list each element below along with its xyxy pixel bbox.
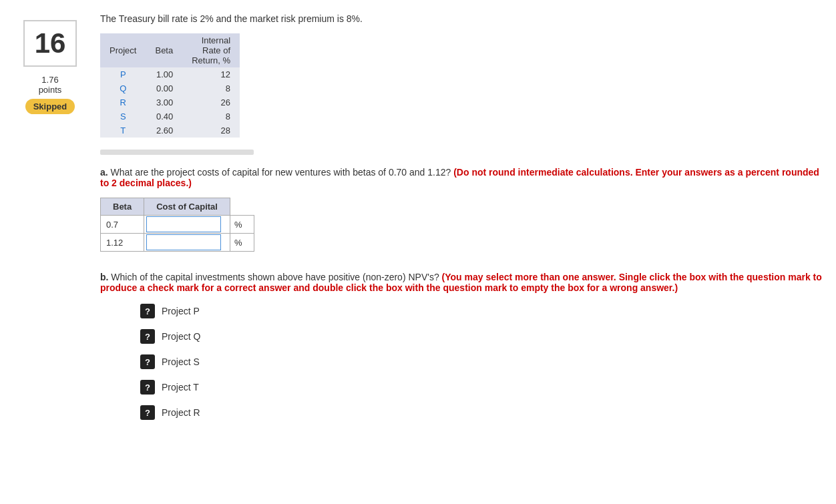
- data-table: Project Beta Internal Rate of Return, % …: [100, 33, 240, 138]
- table-row: T 2.60 28: [100, 123, 240, 138]
- part-a-label: a.: [100, 167, 108, 178]
- question-number: 16: [23, 20, 77, 67]
- checkbox-label-proj-t: Project T: [162, 382, 199, 393]
- part-a-text: What are the project costs of capital fo…: [111, 167, 454, 178]
- question-mark-proj-q[interactable]: ?: [140, 329, 155, 344]
- cost-table-row: 0.7 %: [101, 216, 254, 234]
- table-row: Q 0.00 8: [100, 81, 240, 95]
- percent-label-1: %: [230, 234, 254, 252]
- col-header-cost: Cost of Capital: [144, 198, 230, 216]
- checkbox-label-proj-r: Project R: [162, 407, 200, 418]
- beta-value-0: 0.7: [101, 216, 144, 234]
- part-b-label: b.: [100, 272, 108, 282]
- table-row: S 0.40 8: [100, 109, 240, 123]
- cost-of-capital-table: Beta Cost of Capital 0.7 % 1.12 %: [100, 198, 254, 252]
- cost-of-capital-input-0[interactable]: [147, 217, 220, 232]
- cost-of-capital-input-1[interactable]: [147, 235, 220, 250]
- checkbox-proj-r[interactable]: ? Project R: [140, 405, 823, 420]
- checkbox-proj-p[interactable]: ? Project P: [140, 304, 823, 318]
- checkbox-proj-t[interactable]: ? Project T: [140, 380, 823, 395]
- checkbox-label-proj-q: Project Q: [162, 331, 200, 342]
- checkbox-label-proj-p: Project P: [162, 306, 200, 316]
- status-badge: Skipped: [25, 99, 75, 114]
- question-mark-proj-t[interactable]: ?: [140, 380, 155, 395]
- col-header-beta: Beta: [101, 198, 144, 216]
- question-intro: The Treasury bill rate is 2% and the mar…: [100, 13, 823, 24]
- points-display: 1.76 points: [39, 75, 62, 95]
- question-mark-proj-r[interactable]: ?: [140, 405, 155, 420]
- percent-label-0: %: [230, 216, 254, 234]
- checkbox-label-proj-s: Project S: [162, 356, 200, 367]
- question-mark-proj-s[interactable]: ?: [140, 354, 155, 369]
- table-row: P 1.00 12: [100, 67, 240, 81]
- question-mark-proj-p[interactable]: ?: [140, 304, 155, 318]
- cost-table-row: 1.12 %: [101, 234, 254, 252]
- checkbox-proj-s[interactable]: ? Project S: [140, 354, 823, 369]
- table-row: R 3.00 26: [100, 95, 240, 109]
- scrollbar[interactable]: [100, 150, 254, 155]
- beta-value-1: 1.12: [101, 234, 144, 252]
- checkbox-proj-q[interactable]: ? Project Q: [140, 329, 823, 344]
- part-b-text: Which of the capital investments shown a…: [111, 272, 441, 282]
